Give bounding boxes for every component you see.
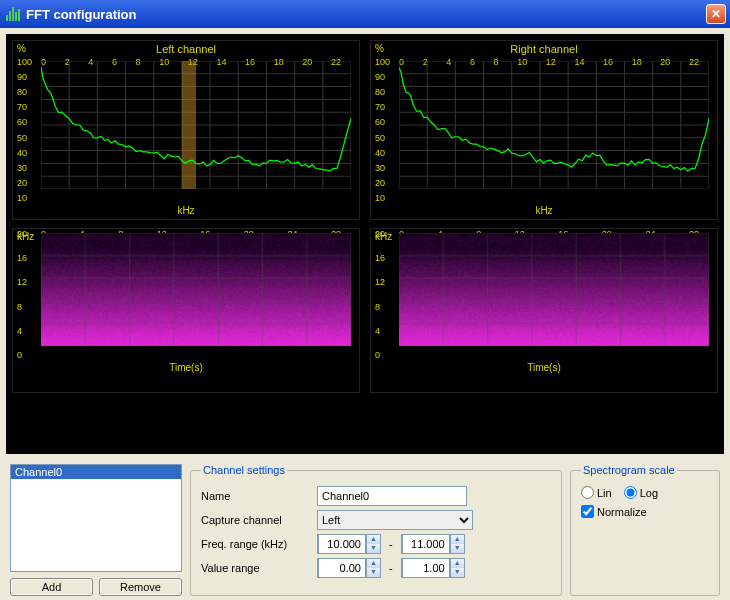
axis-x-unit: Time(s) (371, 360, 717, 373)
left-spectrogram-chart: kHz 201612840 0481216202428 Time(s) (12, 228, 360, 393)
capture-label: Capture channel (201, 514, 311, 526)
axis-x-unit: Time(s) (13, 360, 359, 373)
close-button[interactable]: ✕ (706, 4, 726, 24)
controls-panel: Channel0 Add Remove Channel settings Nam… (0, 460, 730, 600)
capture-select[interactable]: LeftRight (317, 510, 473, 530)
freq-from-input[interactable] (318, 534, 366, 554)
add-button[interactable]: Add (10, 578, 93, 596)
window-title: FFT configuration (26, 7, 136, 22)
chevron-down-icon[interactable]: ▼ (450, 568, 464, 577)
remove-button[interactable]: Remove (99, 578, 182, 596)
chevron-up-icon[interactable]: ▲ (450, 535, 464, 544)
left-spectrum-chart: % Left channel 100908070605040302010 024… (12, 40, 360, 220)
chevron-down-icon[interactable]: ▼ (366, 544, 380, 553)
normalize-checkbox[interactable]: Normalize (581, 505, 709, 518)
titlebar: FFT configuration ✕ (0, 0, 730, 28)
freq-to-stepper[interactable]: ▲▼ (401, 534, 465, 554)
lin-radio[interactable]: Lin (581, 486, 612, 499)
settings-legend: Channel settings (201, 464, 287, 476)
channel-list-panel: Channel0 Add Remove (10, 464, 182, 596)
freq-label: Freq. range (kHz) (201, 538, 311, 550)
log-radio[interactable]: Log (624, 486, 658, 499)
value-label: Value range (201, 562, 311, 574)
value-from-stepper[interactable]: ▲▼ (317, 558, 381, 578)
range-separator: - (387, 538, 395, 550)
app-icon (6, 6, 22, 22)
axis-y-unit: % (17, 43, 26, 54)
value-from-input[interactable] (318, 558, 366, 578)
chart-title-left: Left channel (13, 41, 359, 57)
range-separator: - (387, 562, 395, 574)
name-input[interactable] (317, 486, 467, 506)
right-spectrogram-chart: kHz 201612840 0481216202428 Time(s) (370, 228, 718, 393)
close-icon: ✕ (711, 7, 721, 21)
value-to-stepper[interactable]: ▲▼ (401, 558, 465, 578)
chevron-down-icon[interactable]: ▼ (450, 544, 464, 553)
chevron-up-icon[interactable]: ▲ (450, 559, 464, 568)
chevron-up-icon[interactable]: ▲ (366, 535, 380, 544)
chart-title-right: Right channel (371, 41, 717, 57)
axis-x-unit: kHz (13, 203, 359, 216)
channel-list[interactable]: Channel0 (10, 464, 182, 572)
chevron-down-icon[interactable]: ▼ (366, 568, 380, 577)
axis-x-unit: kHz (371, 203, 717, 216)
scale-legend: Spectrogram scale (581, 464, 677, 476)
chevron-up-icon[interactable]: ▲ (366, 559, 380, 568)
right-spectrum-chart: % Right channel 100908070605040302010 02… (370, 40, 718, 220)
axis-y-unit: % (375, 43, 384, 54)
list-item[interactable]: Channel0 (11, 465, 181, 479)
freq-from-stepper[interactable]: ▲▼ (317, 534, 381, 554)
name-label: Name (201, 490, 311, 502)
channel-settings: Channel settings Name Capture channel Le… (190, 464, 562, 596)
value-to-input[interactable] (402, 558, 450, 578)
freq-to-input[interactable] (402, 534, 450, 554)
svg-rect-23 (182, 61, 196, 189)
spectrogram-scale: Spectrogram scale Lin Log Normalize (570, 464, 720, 596)
chart-area: % Left channel 100908070605040302010 024… (6, 34, 724, 454)
